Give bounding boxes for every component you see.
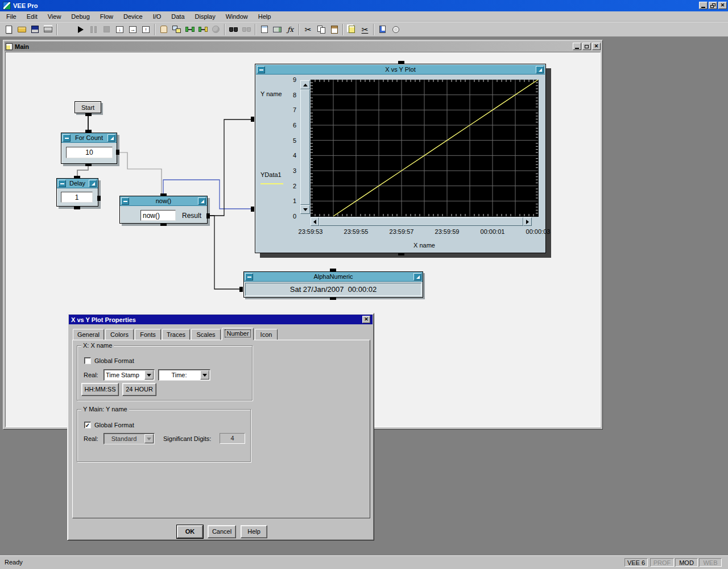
- plot-data-in-pin-1[interactable]: [251, 117, 254, 122]
- x-format-combo[interactable]: Time Stamp: [104, 369, 155, 381]
- function-builder-icon[interactable]: ƒx: [284, 23, 297, 36]
- plot-y-scrollbar[interactable]: [300, 80, 310, 214]
- help-button[interactable]: Help: [241, 525, 267, 538]
- main-minimize-button[interactable]: [573, 43, 581, 50]
- find-icon[interactable]: [227, 23, 240, 36]
- formula-object[interactable]: now() Result: [119, 196, 208, 224]
- menu-edit[interactable]: Edit: [22, 12, 43, 21]
- delete-lines-icon[interactable]: ✂: [358, 23, 371, 36]
- x-hhmmss-button[interactable]: HH:MM:SS: [81, 383, 119, 396]
- cut-icon[interactable]: ✂: [301, 23, 315, 36]
- x-format-dropdown-icon[interactable]: [144, 370, 154, 380]
- app-close-button[interactable]: ✕: [718, 2, 727, 9]
- for-count-object[interactable]: For Count: [61, 133, 117, 164]
- plot-y-scroll-thumb[interactable]: [300, 89, 310, 205]
- for-count-value-input[interactable]: [66, 147, 113, 158]
- for-count-titlebar[interactable]: For Count: [61, 133, 117, 143]
- ok-button[interactable]: OK: [177, 525, 203, 538]
- open-icon[interactable]: [15, 23, 28, 36]
- select-hand-icon[interactable]: [157, 23, 170, 36]
- menu-help[interactable]: Help: [253, 12, 276, 21]
- menu-device[interactable]: Device: [118, 12, 148, 21]
- cancel-button[interactable]: Cancel: [208, 525, 236, 538]
- app-minimize-button[interactable]: [699, 2, 708, 9]
- menu-flow[interactable]: Flow: [95, 12, 118, 21]
- run-icon[interactable]: [74, 23, 87, 36]
- formula-expression-input[interactable]: [140, 210, 176, 221]
- menu-file[interactable]: File: [1, 12, 22, 21]
- menu-window[interactable]: Window: [221, 12, 253, 21]
- create-userobject-icon[interactable]: [345, 23, 358, 36]
- for-count-minimize-icon[interactable]: [63, 134, 71, 142]
- tab-number[interactable]: Number: [222, 328, 254, 340]
- alphanumeric-object[interactable]: AlphaNumeric Sat 27/Jan/2007 00:00:02: [243, 271, 423, 298]
- main-close-button[interactable]: ✕: [592, 43, 601, 50]
- formula-sequence-out-pin[interactable]: [160, 223, 167, 226]
- menu-debug[interactable]: Debug: [66, 12, 94, 21]
- delay-object[interactable]: Delay: [56, 178, 98, 207]
- x-global-format-checkbox[interactable]: [84, 357, 91, 364]
- delay-value-input[interactable]: [61, 192, 93, 203]
- delay-resize-icon[interactable]: [89, 180, 97, 187]
- copy-icon[interactable]: [315, 23, 328, 36]
- plot-resize-icon[interactable]: [536, 66, 544, 73]
- print-icon[interactable]: [42, 23, 55, 36]
- delay-minimize-icon[interactable]: [58, 180, 66, 187]
- menu-display[interactable]: Display: [190, 12, 221, 21]
- plot-y-scroll-down-icon[interactable]: [300, 205, 310, 214]
- plot-data-in-pin-2[interactable]: [251, 207, 254, 212]
- new-icon[interactable]: [2, 23, 15, 36]
- x-subformat-dropdown-icon[interactable]: [200, 370, 209, 380]
- plot-minimize-icon[interactable]: [257, 66, 265, 73]
- xy-plot-window[interactable]: X vs Y Plot Y name YData1 9876543210 23:…: [255, 64, 546, 253]
- delay-titlebar[interactable]: Delay: [57, 179, 98, 188]
- paste-icon[interactable]: [328, 23, 341, 36]
- start-object[interactable]: Start: [75, 101, 101, 113]
- properties-icon[interactable]: [258, 23, 271, 36]
- app-restore-button[interactable]: [709, 2, 717, 9]
- start-sequence-out-pin[interactable]: [85, 113, 92, 116]
- alphanumeric-minimize-icon[interactable]: [245, 273, 253, 281]
- formula-result-terminal[interactable]: Result: [178, 210, 205, 221]
- delay-sequence-out-pin[interactable]: [74, 207, 80, 209]
- y-global-format-checkbox[interactable]: [84, 422, 91, 428]
- save-icon[interactable]: [28, 23, 42, 36]
- formula-minimize-icon[interactable]: [121, 197, 129, 205]
- formula-result-out-pin[interactable]: [206, 213, 210, 218]
- formula-resize-icon[interactable]: [198, 197, 206, 205]
- tab-general[interactable]: General: [73, 329, 104, 340]
- plot-titlebar[interactable]: X vs Y Plot: [256, 65, 545, 75]
- plot-x-scroll-left-icon[interactable]: [311, 217, 319, 226]
- menu-data[interactable]: Data: [166, 12, 189, 21]
- step-over-icon[interactable]: →: [126, 23, 139, 36]
- menu-view[interactable]: View: [43, 12, 67, 21]
- for-count-resize-icon[interactable]: [107, 134, 115, 142]
- report-icon[interactable]: [376, 23, 389, 36]
- alphanumeric-data-in-pin[interactable]: [239, 287, 243, 292]
- main-maximize-button[interactable]: [582, 43, 591, 50]
- tab-fonts[interactable]: Fonts: [135, 329, 161, 340]
- forcount-sequence-out-pin[interactable]: [85, 163, 92, 166]
- forcount-data-out-pin[interactable]: [116, 150, 119, 155]
- step-out-icon[interactable]: ↑: [139, 23, 152, 36]
- timer-icon[interactable]: [389, 23, 402, 36]
- delay-data-pin[interactable]: [97, 196, 101, 201]
- add-terminal-icon[interactable]: [183, 23, 196, 36]
- plot-x-scrollbar[interactable]: [311, 217, 532, 226]
- tab-scales[interactable]: Scales: [191, 329, 221, 340]
- tab-colors[interactable]: Colors: [105, 329, 134, 340]
- plot-x-scroll-right-icon[interactable]: [523, 217, 532, 226]
- tab-traces[interactable]: Traces: [162, 329, 190, 340]
- clean-up-lines-icon[interactable]: [196, 23, 209, 36]
- show-panel-icon[interactable]: [170, 23, 183, 36]
- x-24hour-button[interactable]: 24 HOUR: [122, 383, 156, 396]
- plot-x-scroll-thumb[interactable]: [319, 217, 523, 226]
- main-window-titlebar[interactable]: Main ✕: [5, 42, 601, 51]
- formula-titlebar[interactable]: now(): [120, 196, 207, 206]
- plot-sequence-out-pin[interactable]: [398, 253, 404, 255]
- menu-i-o[interactable]: I/O: [148, 12, 167, 21]
- instrument-manager-icon[interactable]: [271, 23, 284, 36]
- plot-area[interactable]: [311, 80, 539, 217]
- plot-y-scroll-up-icon[interactable]: [300, 80, 310, 89]
- x-subformat-combo[interactable]: Time:: [158, 369, 210, 381]
